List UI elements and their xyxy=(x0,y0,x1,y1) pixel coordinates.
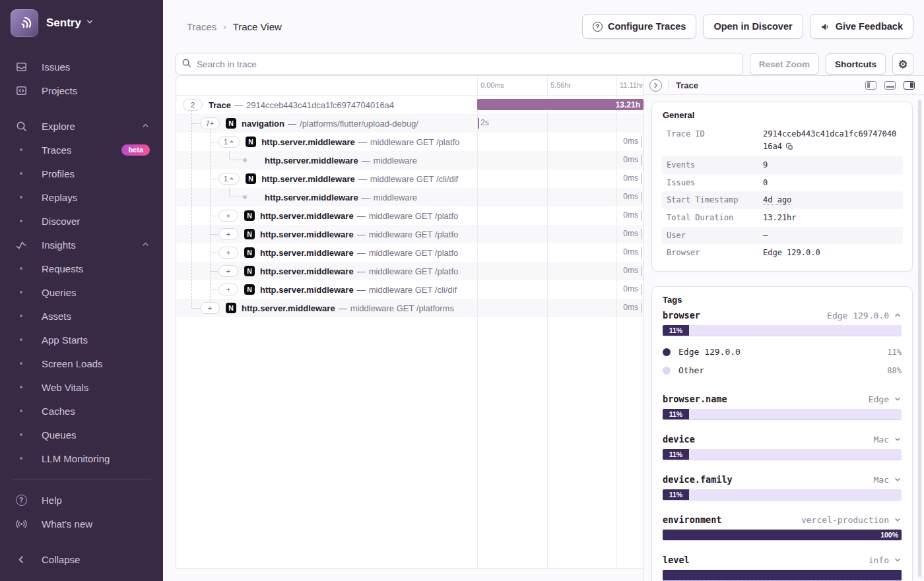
span-timeline-cell: 0ms xyxy=(477,225,644,243)
tag-value-dropdown[interactable]: Mac xyxy=(874,435,902,444)
trace-row[interactable]: 1Nhttp.server.middleware—middleware GET … xyxy=(176,133,644,151)
sidebar-item-screen-loads[interactable]: Screen Loads xyxy=(0,353,163,373)
sidebar-item-insights[interactable]: Insights xyxy=(0,235,163,255)
sidebar-item-queues[interactable]: Queues xyxy=(0,425,163,444)
timeline-ruler[interactable]: 0.00ms5.56hr11.11hr xyxy=(477,76,644,95)
expand-children-button[interactable]: + xyxy=(218,284,238,295)
sidebar-item-queries[interactable]: Queries xyxy=(0,282,163,302)
trace-row[interactable]: http.server.middleware—middleware0ms xyxy=(176,188,644,206)
chevron-up-icon xyxy=(141,121,150,132)
tag-distribution-bar[interactable]: 11% xyxy=(663,449,902,460)
legend-row[interactable]: Other88% xyxy=(663,361,902,380)
sidebar-item-explore[interactable]: Explore xyxy=(0,116,163,136)
tag-distribution-bar[interactable]: 11% xyxy=(663,489,902,501)
copy-icon[interactable] xyxy=(785,142,793,154)
sidebar-item-llm-monitoring[interactable]: LLM Monitoring xyxy=(0,448,163,468)
general-value[interactable]: 4d ago xyxy=(763,195,791,205)
expand-panel-button[interactable] xyxy=(649,79,662,92)
sidebar-item-caches[interactable]: Caches xyxy=(0,401,163,421)
span-duration: 2s xyxy=(480,118,489,127)
badge-count: + xyxy=(208,304,212,312)
badge-count: 2 xyxy=(191,101,195,109)
reset-zoom-button[interactable]: Reset Zoom xyxy=(750,53,819,75)
general-value-cell: 9 xyxy=(763,159,898,171)
general-value: 0 xyxy=(763,178,768,187)
sidebar-item-label: App Starts xyxy=(42,334,88,346)
sidebar-item-app-starts[interactable]: App Starts xyxy=(0,330,163,350)
settings-button[interactable]: ⚙ xyxy=(892,53,913,75)
trace-row[interactable]: +Nhttp.server.middleware—middleware GET … xyxy=(176,262,644,280)
search-input[interactable] xyxy=(176,53,743,75)
tag-distribution-bar[interactable]: 100% xyxy=(663,530,902,541)
trace-row[interactable]: +Nhttp.server.middleware—middleware GET … xyxy=(176,299,644,317)
span-timeline-cell: 0ms xyxy=(477,262,644,280)
tag-bar-percent: 11% xyxy=(669,450,682,458)
sidebar-item-what-s-new[interactable]: What's new xyxy=(0,514,163,534)
span-description: middleware xyxy=(374,193,417,202)
tag-distribution-bar[interactable]: 11% xyxy=(663,409,902,420)
sidebar-item-discover[interactable]: Discover xyxy=(0,211,163,231)
badge-count: + xyxy=(226,286,230,293)
tags-card: Tags browserEdge 129.0.011%Edge 129.0.01… xyxy=(651,286,913,581)
expand-children-button[interactable]: 2 xyxy=(183,99,203,111)
span-op-name: http.server.middleware xyxy=(261,137,355,147)
tree-connector xyxy=(192,123,199,124)
separator: — xyxy=(357,266,366,276)
tag-distribution-bar[interactable] xyxy=(663,570,902,581)
collapse-button[interactable]: Collapse xyxy=(0,549,163,569)
trace-row[interactable]: +Nhttp.server.middleware—middleware GET … xyxy=(176,280,644,299)
configure-traces-button[interactable]: ?Configure Traces xyxy=(582,14,696,39)
breadcrumb-traces[interactable]: Traces xyxy=(187,21,216,32)
expand-children-button[interactable]: + xyxy=(200,302,220,314)
sidebar-item-profiles[interactable]: Profiles xyxy=(0,164,163,183)
expand-children-button[interactable]: 1 xyxy=(218,136,240,148)
sidebar-item-traces[interactable]: Tracesbeta xyxy=(0,140,163,160)
tag-distribution-bar[interactable]: 11% xyxy=(663,325,902,336)
tag-value-dropdown[interactable]: Edge 129.0.0 xyxy=(827,311,902,321)
expand-children-button[interactable]: + xyxy=(218,265,238,277)
open-in-discover-button[interactable]: Open in Discover xyxy=(703,14,803,39)
span-tree: 2Trace—2914cceb443c41dca1fc6974704016a41… xyxy=(176,96,644,568)
expand-children-button[interactable]: 1 xyxy=(218,173,240,185)
sidebar-item-replays[interactable]: Replays xyxy=(0,187,163,207)
trace-row[interactable]: +Nhttp.server.middleware—middleware GET … xyxy=(176,225,644,243)
expand-children-button[interactable]: + xyxy=(218,210,238,222)
org-switcher[interactable]: Sentry xyxy=(0,9,163,37)
sidebar-item-requests[interactable]: Requests xyxy=(0,259,163,278)
tag-value: info xyxy=(869,555,889,565)
give-feedback-button[interactable]: Give Feedback xyxy=(810,14,913,39)
badge-count: + xyxy=(226,212,230,220)
span-op-name: Trace xyxy=(209,100,231,110)
trace-duration-bar[interactable]: 13.21h xyxy=(477,99,644,110)
legend-row[interactable]: Edge 129.0.011% xyxy=(663,343,902,361)
span-duration: 0ms xyxy=(623,247,638,257)
expand-children-button[interactable]: + xyxy=(218,228,238,240)
sidebar-item-projects[interactable]: Projects xyxy=(0,80,163,100)
breadcrumb-separator: › xyxy=(223,22,226,32)
tag-value-dropdown[interactable]: vercel-production xyxy=(801,515,902,525)
shortcuts-button[interactable]: Shortcuts xyxy=(826,53,886,75)
trace-row[interactable]: http.server.middleware—middleware0ms xyxy=(176,151,644,169)
sidebar-item-assets[interactable]: Assets xyxy=(0,306,163,326)
layout-right-icon[interactable] xyxy=(904,81,915,90)
sidebar-item-help[interactable]: ?Help xyxy=(0,490,163,510)
tree-connector xyxy=(192,308,199,309)
sidebar-item-web-vitals[interactable]: Web Vitals xyxy=(0,377,163,397)
expand-children-button[interactable]: 7+ xyxy=(200,117,220,129)
sidebar-item-label: Web Vitals xyxy=(42,382,88,393)
detail-scrollbar[interactable] xyxy=(918,100,921,577)
expand-children-button[interactable]: + xyxy=(218,247,238,259)
trace-row[interactable]: 1Nhttp.server.middleware—middleware GET … xyxy=(176,169,644,188)
trace-row[interactable]: 2Trace—2914cceb443c41dca1fc6974704016a41… xyxy=(176,96,644,114)
trace-row[interactable]: 7+Nnavigation—/platforms/flutter/upload-… xyxy=(176,114,644,133)
tag-value-dropdown[interactable]: info xyxy=(869,555,902,565)
tag-value-dropdown[interactable]: Edge xyxy=(869,394,902,404)
tag-value-dropdown[interactable]: Mac xyxy=(874,475,902,485)
layout-left-icon[interactable] xyxy=(865,81,876,90)
layout-bottom-icon[interactable] xyxy=(884,81,896,90)
span-row-label: +Nhttp.server.middleware—middleware GET … xyxy=(176,206,477,225)
tag-key: level xyxy=(663,555,690,565)
trace-row[interactable]: +Nhttp.server.middleware—middleware GET … xyxy=(176,206,644,225)
sidebar-item-issues[interactable]: Issues xyxy=(0,57,163,76)
trace-row[interactable]: +Nhttp.server.middleware—middleware GET … xyxy=(176,243,644,262)
